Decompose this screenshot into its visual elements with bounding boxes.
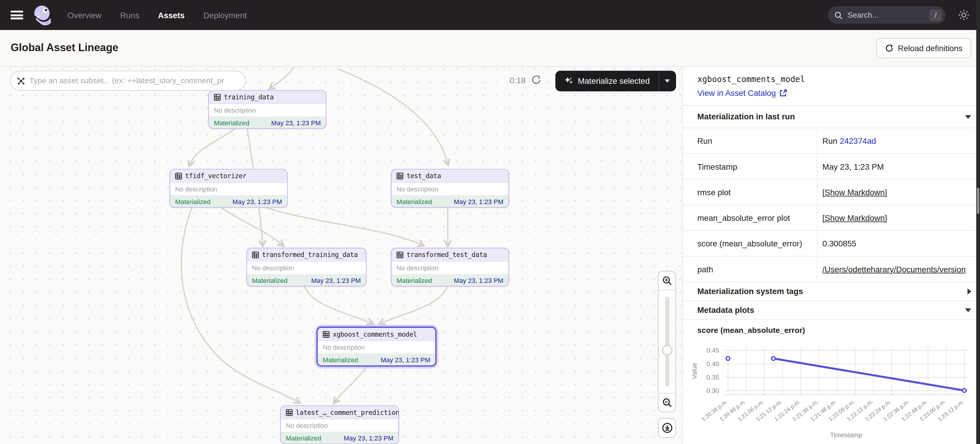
asset-subset-input[interactable]: Type an asset subset... (ex: ++latest_st… bbox=[10, 70, 246, 91]
scrollbar-thumb[interactable] bbox=[977, 188, 979, 214]
tab-runs[interactable]: Runs bbox=[120, 10, 139, 20]
page-title: Global Asset Lineage bbox=[11, 42, 118, 55]
metadata-label: Run bbox=[683, 128, 817, 153]
metadata-row-score-mean-absolute-error-: score (mean_absolute_error)0.300855 bbox=[683, 231, 980, 256]
svg-text:0.35: 0.35 bbox=[706, 374, 719, 381]
zoom-slider-track[interactable] bbox=[665, 296, 669, 387]
window-scrollbar[interactable] bbox=[976, 0, 980, 444]
metadata-value: /Users/odetteharary/Documents/version bbox=[818, 256, 980, 282]
asset-description: No description bbox=[209, 104, 326, 116]
top-nav: Overview Runs Assets Deployment Search..… bbox=[0, 0, 980, 30]
metadata-label: path bbox=[683, 256, 817, 282]
asset-status: Materialized bbox=[396, 276, 432, 284]
run-id-link[interactable]: 242374ad bbox=[840, 136, 876, 146]
search-placeholder: Search... bbox=[848, 11, 929, 19]
table-icon bbox=[214, 94, 221, 100]
zoom-out-button[interactable] bbox=[659, 393, 675, 412]
materialize-selected-button[interactable]: Materialize selected bbox=[555, 76, 659, 86]
asset-timestamp[interactable]: May 23, 1:23 PM bbox=[454, 197, 504, 205]
tab-deployment[interactable]: Deployment bbox=[204, 10, 247, 20]
asset-node-transformed_training_data[interactable]: transformed_training_dataNo descriptionM… bbox=[246, 248, 366, 287]
lineage-edge bbox=[189, 127, 238, 165]
asset-node-training_data[interactable]: training_dataNo descriptionMaterializedM… bbox=[208, 90, 326, 129]
table-icon bbox=[175, 172, 182, 179]
metadata-value: [Show Markdown] bbox=[818, 205, 980, 230]
lineage-edge bbox=[338, 69, 448, 164]
zoom-slider[interactable] bbox=[659, 290, 675, 393]
asset-node-tfidf_vectorizer[interactable]: tfidf_vectorizerNo descriptionMaterializ… bbox=[170, 169, 288, 208]
external-link-icon bbox=[779, 89, 787, 97]
reload-definitions-button[interactable]: Reload definitions bbox=[876, 38, 971, 58]
lineage-edge bbox=[181, 206, 299, 402]
dagster-logo-icon[interactable] bbox=[33, 5, 54, 25]
metadata-link[interactable]: [Show Markdown] bbox=[822, 187, 887, 197]
asset-timestamp[interactable]: May 23, 1:23 PM bbox=[454, 276, 504, 284]
asset-timestamp[interactable]: May 23, 1:23 PM bbox=[232, 197, 282, 205]
section-metadata-plots[interactable]: Metadata plots bbox=[683, 301, 980, 320]
asset-status: Materialized bbox=[214, 118, 249, 126]
tab-overview[interactable]: Overview bbox=[68, 10, 102, 20]
table-icon bbox=[396, 172, 403, 179]
gear-icon[interactable] bbox=[958, 10, 969, 21]
materialize-selected-button-group: Materialize selected bbox=[555, 70, 676, 91]
asset-status: Materialized bbox=[323, 356, 358, 363]
asset-lineage-canvas[interactable]: training_dataNo descriptionMaterializedM… bbox=[0, 67, 683, 444]
metadata-plot-title: score (mean_absolute_error) bbox=[683, 320, 980, 335]
lineage-edge bbox=[219, 206, 283, 245]
asset-status: Materialized bbox=[175, 197, 210, 205]
asset-timestamp[interactable]: May 23, 1:23 PM bbox=[344, 434, 393, 442]
asset-timestamp[interactable]: May 23, 1:23 PM bbox=[311, 276, 361, 284]
metadata-value: Run242374ad bbox=[818, 128, 980, 153]
metadata-row-timestamp: TimestampMay 23, 1:23 PM bbox=[683, 154, 980, 179]
metadata-label: rmse plot bbox=[683, 180, 817, 205]
menu-icon[interactable] bbox=[11, 11, 23, 19]
refresh-graph-icon[interactable] bbox=[531, 75, 541, 85]
metadata-label: mean_absolute_error plot bbox=[683, 205, 817, 230]
global-search-input[interactable]: Search... / bbox=[828, 6, 946, 24]
chevron-down-icon bbox=[965, 115, 971, 118]
metadata-value: [Show Markdown] bbox=[818, 180, 980, 205]
zoom-out-icon bbox=[662, 398, 672, 407]
metadata-row-mean-absolute-error-plot: mean_absolute_error plot[Show Markdown] bbox=[683, 205, 980, 231]
asset-graph-filter-icon bbox=[17, 77, 25, 85]
table-icon bbox=[252, 251, 259, 258]
metadata-row-path: path/Users/odetteharary/Documents/versio… bbox=[683, 256, 980, 282]
table-icon bbox=[396, 251, 403, 258]
asset-node-latest__comment_predictions[interactable]: latest_…_comment_predictionsNo descripti… bbox=[280, 406, 399, 444]
section-label: Metadata plots bbox=[697, 305, 754, 315]
metadata-link[interactable]: [Show Markdown] bbox=[822, 213, 887, 222]
asset-node-transformed_test_data[interactable]: transformed_test_dataNo descriptionMater… bbox=[391, 248, 509, 287]
asset-details-panel: xgboost_comments_model View in Asset Cat… bbox=[683, 67, 980, 444]
asset-name: transformed_training_data bbox=[262, 251, 358, 258]
metadata-row-rmse-plot: rmse plot[Show Markdown] bbox=[683, 180, 980, 205]
svg-text:Timestamp: Timestamp bbox=[830, 431, 862, 439]
tab-assets[interactable]: Assets bbox=[158, 10, 185, 20]
score-line-chart: 0.450.400.350.30Value1:20:36 p.m.1:20:48… bbox=[688, 337, 977, 444]
asset-node-xgboost_comments_model[interactable]: xgboost_comments_modelNo descriptionMate… bbox=[317, 327, 437, 367]
svg-text:0.40: 0.40 bbox=[706, 360, 719, 368]
section-materialization-system-tags[interactable]: Materialization system tags bbox=[683, 282, 980, 301]
metadata-link[interactable]: /Users/odetteharary/Documents/version bbox=[822, 264, 966, 274]
zoom-in-button[interactable] bbox=[659, 271, 675, 290]
metadata-table: RunRun242374adTimestampMay 23, 1:23 PMrm… bbox=[683, 128, 980, 282]
search-icon bbox=[834, 11, 842, 19]
metadata-label: Timestamp bbox=[683, 154, 817, 179]
zoom-slider-thumb[interactable] bbox=[662, 345, 672, 355]
asset-timestamp[interactable]: May 23, 1:23 PM bbox=[271, 118, 321, 126]
asset-description: No description bbox=[170, 183, 287, 195]
asset-status: Materialized bbox=[252, 276, 287, 284]
asset-status: Materialized bbox=[286, 434, 321, 442]
catalog-link-label: View in Asset Catalog bbox=[697, 88, 776, 98]
lineage-edge bbox=[270, 67, 294, 88]
asset-timestamp[interactable]: May 23, 1:23 PM bbox=[381, 356, 430, 363]
refresh-timer: 0:18 bbox=[510, 76, 525, 85]
asset-node-test_data[interactable]: test_dataNo descriptionMaterializedMay 2… bbox=[391, 169, 509, 208]
section-materialization-in-last-run[interactable]: Materialization in last run bbox=[683, 106, 980, 129]
sparkle-icon bbox=[564, 76, 573, 86]
materialize-options-dropdown[interactable] bbox=[659, 70, 676, 91]
view-in-asset-catalog-link[interactable]: View in Asset Catalog bbox=[697, 88, 980, 98]
download-image-button[interactable] bbox=[658, 418, 676, 438]
refresh-icon bbox=[885, 44, 894, 53]
panel-asset-title: xgboost_comments_model bbox=[697, 75, 980, 84]
asset-description: No description bbox=[281, 419, 398, 432]
